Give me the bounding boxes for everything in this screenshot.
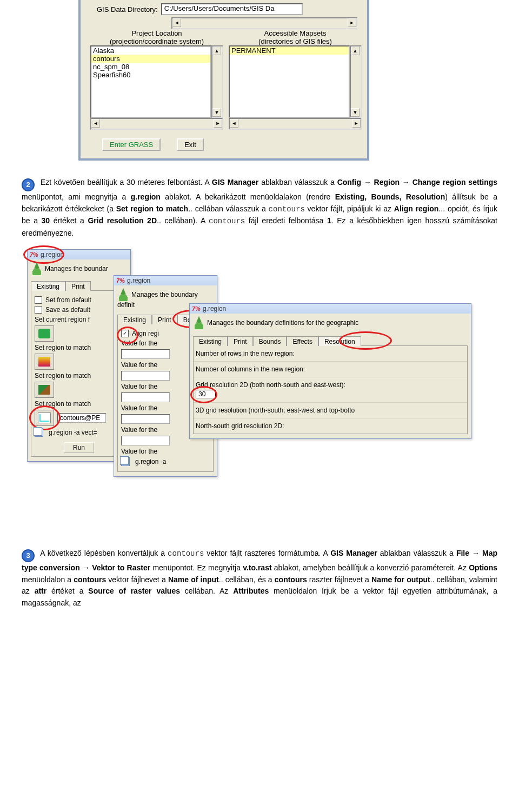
- list-item[interactable]: nc_spm_08: [91, 63, 210, 71]
- left-hscroll[interactable]: ◄ ►: [90, 118, 223, 130]
- scroll-down-icon[interactable]: ▼: [351, 108, 360, 117]
- tab-existing[interactable]: Existing: [31, 281, 65, 291]
- checkbox[interactable]: [35, 296, 42, 304]
- gregion-screens: 7%g.region Manages the boundar Existing …: [5, 249, 497, 536]
- list-item[interactable]: Spearfish60: [91, 71, 210, 79]
- field-label: Grid resolution 2D (both north-south and…: [196, 381, 465, 389]
- cmd-label: g.region -a: [133, 458, 166, 465]
- tab-resolution[interactable]: Resolution: [318, 336, 361, 346]
- field-label: Value for the: [121, 448, 210, 455]
- checkbox[interactable]: [35, 306, 42, 314]
- tk-icon: 7%: [30, 251, 38, 258]
- tab-effects[interactable]: Effects: [287, 336, 318, 346]
- dir-hscroll[interactable]: ◄ ►: [171, 17, 357, 29]
- grass-icon: [193, 317, 205, 329]
- gis-data-panel: GIS Data Directory: C:/Users/Users/Docum…: [78, 0, 369, 161]
- right-list-header2: (directories of GIS files): [229, 37, 362, 45]
- scroll-right-icon[interactable]: ►: [214, 119, 222, 128]
- field-label: North-south grid resolution 2D:: [194, 418, 467, 434]
- manages-label: Manages the boundary definit: [117, 291, 198, 309]
- raster-icon[interactable]: [35, 354, 54, 370]
- vscrollbar[interactable]: ▲ ▼: [350, 45, 362, 118]
- field-label: Set region to match: [35, 344, 123, 351]
- scroll-up-icon[interactable]: ▲: [212, 46, 221, 55]
- copy-icon[interactable]: [121, 457, 130, 466]
- tk-icon: 7%: [116, 277, 125, 284]
- grass-icon: [117, 289, 129, 301]
- value-input[interactable]: [121, 371, 170, 381]
- vector-input[interactable]: contours@PE: [57, 413, 106, 423]
- field-label: Number of rows in the new region:: [194, 346, 467, 362]
- scroll-right-icon[interactable]: ►: [352, 119, 361, 128]
- raster3d-icon[interactable]: [35, 382, 54, 398]
- step3-paragraph: 3 A következő lépésben konvertáljuk a co…: [22, 548, 497, 609]
- step2-paragraph: 2 Ezt követően beállítjuk a 30 méteres f…: [22, 177, 497, 239]
- list-item[interactable]: PERMANENT: [230, 46, 349, 55]
- scroll-down-icon[interactable]: ▼: [212, 108, 221, 117]
- tab-existing[interactable]: Existing: [193, 336, 228, 346]
- tab-existing[interactable]: Existing: [117, 315, 152, 324]
- step-badge: 3: [22, 549, 35, 562]
- grid2d-input[interactable]: 30: [196, 390, 216, 398]
- gis-dir-input[interactable]: C:/Users/Users/Documents/GIS Da: [161, 3, 303, 15]
- vscrollbar[interactable]: ▲ ▼: [211, 45, 223, 118]
- tab-print[interactable]: Print: [152, 315, 177, 324]
- scroll-up-icon[interactable]: ▲: [351, 46, 360, 55]
- tab-print[interactable]: Print: [65, 281, 91, 291]
- cmd-label: g.region -a vect=: [46, 428, 99, 437]
- step-badge: 2: [22, 178, 35, 191]
- enter-grass-button[interactable]: Enter GRASS: [102, 138, 161, 151]
- manages-label: Manages the boundary definitions for the…: [207, 319, 358, 327]
- tk-icon: 7%: [192, 305, 201, 312]
- list-item[interactable]: Alaska: [91, 46, 210, 55]
- titlebar: 7%g.region: [114, 276, 217, 285]
- tab-bounds[interactable]: Bounds: [253, 336, 287, 346]
- field-label: Number of columns in the new region:: [194, 362, 467, 377]
- field-label: Set region to match: [35, 400, 123, 408]
- mapset-listbox[interactable]: PERMANENT: [229, 45, 350, 118]
- left-list-header1: Project Location: [90, 29, 223, 37]
- field-label: 3D grid resolution (north-south, east-we…: [194, 403, 467, 418]
- location-listbox[interactable]: Alaska contours nc_spm_08 Spearfish60: [90, 45, 211, 118]
- field-label: Set current region f: [35, 316, 123, 323]
- vector-icon[interactable]: [35, 410, 54, 426]
- left-list-header2: (projection/coordinate system): [90, 37, 223, 45]
- grass-icon: [31, 263, 43, 275]
- value-input[interactable]: [121, 414, 170, 424]
- checkbox-checked[interactable]: ✓: [121, 330, 129, 337]
- right-list-header1: Accessible Mapsets: [229, 29, 362, 37]
- tab-print[interactable]: Print: [228, 336, 253, 346]
- titlebar: 7%g.region: [190, 304, 471, 314]
- scroll-left-icon[interactable]: ◄: [230, 119, 238, 128]
- exit-button[interactable]: Exit: [177, 138, 204, 151]
- copy-icon[interactable]: [35, 428, 43, 437]
- manages-label: Manages the boundar: [45, 265, 108, 272]
- value-input[interactable]: [121, 392, 170, 402]
- scroll-left-icon[interactable]: ◄: [91, 119, 100, 128]
- field-label: Set region to match: [35, 372, 123, 380]
- list-item[interactable]: contours: [91, 55, 210, 63]
- region-icon[interactable]: [35, 325, 54, 342]
- gregion-window-resolution: 7%g.region Manages the boundary definiti…: [189, 303, 471, 439]
- run-button[interactable]: Run: [64, 442, 94, 453]
- value-input[interactable]: [121, 436, 170, 445]
- titlebar: 7%g.region: [28, 250, 130, 259]
- right-hscroll[interactable]: ◄ ►: [229, 118, 362, 130]
- scroll-right-icon[interactable]: ►: [348, 18, 356, 27]
- scroll-left-icon[interactable]: ◄: [172, 18, 181, 27]
- gis-dir-label: GIS Data Directory:: [97, 5, 158, 14]
- value-input[interactable]: [121, 349, 170, 359]
